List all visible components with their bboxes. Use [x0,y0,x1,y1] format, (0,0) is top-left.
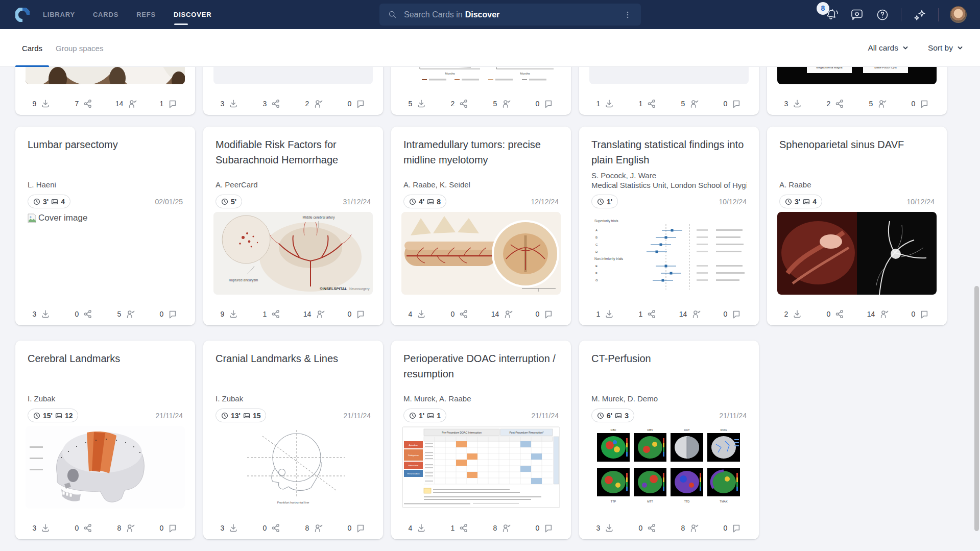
reading-time: 4' [419,198,424,206]
card[interactable]: 3 3 2 0 [203,67,383,115]
members-stat[interactable]: 8 [669,518,711,538]
comments-stat[interactable]: 0 [336,518,378,538]
members-stat[interactable]: 14 [669,304,711,324]
downloads-stat[interactable]: 3 [208,93,251,114]
downloads-stat[interactable]: 4 [396,304,439,324]
card[interactable]: Sphenoparietal sinus DAVF A. Raabe 3' 4 … [767,127,947,325]
downloads-stat[interactable]: 5 [396,93,439,114]
tab-group-spaces[interactable]: Group spaces [49,29,110,67]
cover-thumbnail: Megacisterna Magna Blake Pouch Cyst [777,67,937,84]
members-stat[interactable]: 5 [669,93,711,114]
notifications-button[interactable]: 8 [824,8,839,22]
card[interactable]: Modifiable Risk Factors for Subarachnoid… [203,127,383,325]
members-stat[interactable]: 5 [481,93,523,114]
members-stat[interactable]: 2 [293,93,336,114]
shares-count: 2 [827,100,831,108]
card[interactable]: Cerebral Landmarks I. Zubak 15' 12 21/11… [15,341,195,539]
shares-stat[interactable]: 7 [63,93,105,114]
downloads-stat[interactable]: 1 [584,93,627,114]
comments-stat[interactable]: 0 [336,304,378,324]
shares-stat[interactable]: 1 [439,518,481,538]
card[interactable]: Cranial Landmarks & Lines I. Zubak 13' 1… [203,341,383,539]
feedback-button[interactable] [850,8,864,22]
members-stat[interactable]: 14 [293,304,336,324]
card[interactable]: Perioperative DOAC interruption / resump… [391,341,571,539]
app-logo-icon[interactable] [15,8,30,22]
search-options-kebab-icon[interactable] [623,10,633,20]
sparkles-button[interactable] [913,8,927,22]
shares-stat[interactable]: 1 [251,304,293,324]
downloads-count: 1 [596,100,601,108]
card[interactable]: 9 7 14 1 [15,67,195,115]
svg-text:F: F [595,272,597,275]
card[interactable]: Megacisterna Magna Blake Pouch Cyst 3 2 … [767,67,947,115]
shares-stat[interactable]: 0 [63,304,105,324]
nav-library[interactable]: LIBRARY [43,0,75,29]
downloads-stat[interactable]: 3 [584,518,627,538]
shares-stat[interactable]: 2 [815,93,857,114]
shares-stat[interactable]: 0 [63,518,105,538]
comments-stat[interactable]: 0 [523,304,566,324]
comments-stat[interactable]: 0 [336,93,378,114]
card[interactable]: 1 1 5 0 [579,67,759,115]
downloads-stat[interactable]: 9 [20,93,63,114]
downloads-stat[interactable]: 3 [208,518,251,538]
tab-cards[interactable]: Cards [15,29,49,67]
comments-stat[interactable]: 0 [148,518,190,538]
shares-stat[interactable]: 1 [627,304,669,324]
comments-stat[interactable]: 0 [148,304,190,324]
comments-stat[interactable]: 0 [711,304,754,324]
downloads-stat[interactable]: 1 [584,304,627,324]
shares-stat[interactable]: 0 [251,518,293,538]
comments-stat[interactable]: 1 [148,93,190,114]
members-stat[interactable]: 14 [481,304,523,324]
members-stat[interactable]: 8 [105,518,148,538]
card[interactable]: Months Months 5 2 5 0 [391,67,571,115]
skull-3d-thumb [26,426,185,509]
scrollbar-thumb[interactable] [974,286,979,531]
downloads-stat[interactable]: 3 [772,93,815,114]
members-stat[interactable]: 5 [857,93,899,114]
shares-stat[interactable]: 2 [439,93,481,114]
shares-stat[interactable]: 0 [815,304,857,324]
filter-dropdown[interactable]: All cards [868,43,908,53]
sort-dropdown[interactable]: Sort by [928,43,963,53]
svg-text:Middle cerebral artery: Middle cerebral artery [303,215,336,220]
card[interactable]: CT-Perfusion M. Murek, D. Demo 6' 3 21/1… [579,341,759,539]
members-stat[interactable]: 14 [857,304,899,324]
downloads-stat[interactable]: 3 [20,304,63,324]
downloads-stat[interactable]: 2 [772,304,815,324]
comments-stat[interactable]: 0 [711,93,754,114]
shares-stat[interactable]: 3 [251,93,293,114]
members-stat[interactable]: 14 [105,93,148,114]
help-button[interactable] [875,8,890,22]
comments-stat[interactable]: 0 [711,518,754,538]
card-stats: 3 0 8 0 [208,518,378,538]
ct-perfusion-thumb: CBF CBV CCT ROIs [589,426,749,509]
downloads-stat[interactable]: 3 [20,518,63,538]
members-stat[interactable]: 5 [105,304,148,324]
comments-stat[interactable]: 0 [899,93,942,114]
notification-badge: 8 [817,2,829,15]
search-input[interactable]: Search Cards in Discover [379,4,641,26]
members-stat[interactable]: 8 [293,518,336,538]
shares-stat[interactable]: 0 [627,518,669,538]
card[interactable]: Intramedullary tumors: precise midline m… [391,127,571,325]
svg-text:CCT: CCT [684,428,690,432]
user-avatar[interactable] [950,6,967,23]
shares-stat[interactable]: 1 [627,93,669,114]
members-stat[interactable]: 8 [481,518,523,538]
downloads-stat[interactable]: 9 [208,304,251,324]
nav-discover[interactable]: DISCOVER [174,0,211,29]
duration-badge: 1' 1 [403,409,446,422]
card[interactable]: Lumbar parsectomy L. Haeni 3' 4 02/01/25 [15,127,195,325]
nav-refs[interactable]: REFS [136,0,156,29]
comments-stat[interactable]: 0 [523,93,566,114]
comments-stat[interactable]: 0 [523,518,566,538]
comments-stat[interactable]: 0 [899,304,942,324]
nav-cards[interactable]: CARDS [93,0,118,29]
card-stats: 1 1 5 0 [584,93,754,114]
downloads-stat[interactable]: 4 [396,518,439,538]
card[interactable]: Translating statistical findings into pl… [579,127,759,325]
shares-stat[interactable]: 0 [439,304,481,324]
